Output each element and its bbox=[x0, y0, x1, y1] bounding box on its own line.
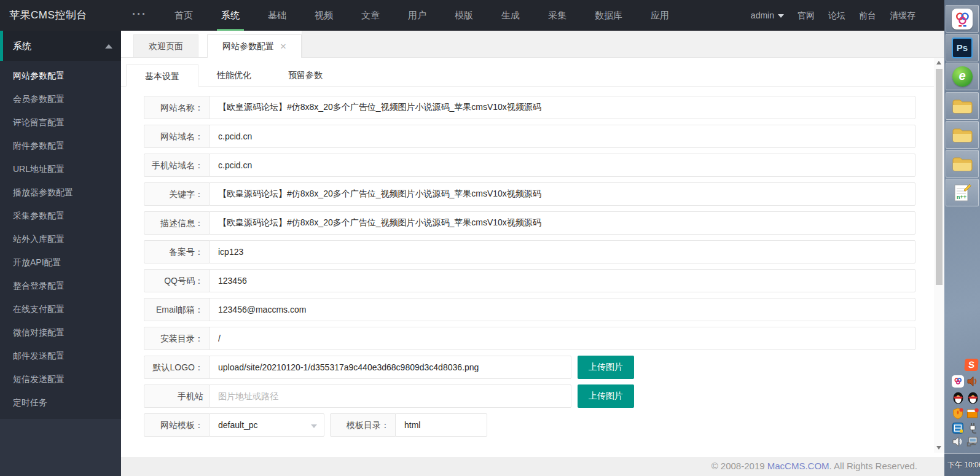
field-label-install-dir: 安装目录： bbox=[144, 327, 210, 350]
sidebar-item-open-api[interactable]: 开放API配置 bbox=[0, 251, 121, 274]
sidebar-item-member-params[interactable]: 会员参数配置 bbox=[0, 87, 121, 111]
desktop-icon-folder-3[interactable] bbox=[946, 150, 979, 178]
site-template-select[interactable]: default_pc bbox=[209, 413, 324, 437]
more-menu-icon[interactable]: ··· bbox=[121, 0, 160, 31]
sidebar-item-comment-config[interactable]: 评论留言配置 bbox=[0, 111, 121, 134]
scrollbar-thumb[interactable] bbox=[936, 69, 943, 285]
tray-speaker-orange-icon[interactable] bbox=[966, 375, 979, 388]
topbar: 苹果CMS控制台 ··· 首页 系统 基础 视频 文章 用户 模版 生成 采集 … bbox=[0, 0, 944, 31]
subtab-reserved-params[interactable]: 预留参数 bbox=[270, 64, 341, 86]
qq-number-input[interactable] bbox=[209, 269, 915, 292]
mobile-domain-input[interactable] bbox=[209, 154, 915, 177]
tray-network-icon[interactable] bbox=[966, 435, 979, 448]
page-tabs: 欢迎页面 网站参数配置 × bbox=[121, 31, 944, 58]
desktop-icon-folder-1[interactable] bbox=[946, 92, 979, 120]
nav-item-basic[interactable]: 基础 bbox=[259, 0, 296, 31]
form-row: 手机站域名： bbox=[144, 154, 915, 177]
tray-qq-icon[interactable] bbox=[966, 391, 979, 404]
template-dir-input[interactable] bbox=[395, 413, 487, 437]
sidebar-item-cron-task[interactable]: 定时任务 bbox=[0, 391, 121, 414]
sidebar-item-oauth-login[interactable]: 整合登录配置 bbox=[0, 274, 121, 297]
folder-icon bbox=[952, 155, 973, 173]
desktop-icon-photoshop[interactable]: Ps bbox=[946, 34, 979, 61]
sidebar-item-collect-params[interactable]: 采集参数配置 bbox=[0, 204, 121, 227]
site-domain-input[interactable] bbox=[209, 125, 915, 148]
subtab-performance[interactable]: 性能优化 bbox=[198, 64, 270, 86]
nav-item-article[interactable]: 文章 bbox=[352, 0, 389, 31]
field-label-default-logo: 默认LOGO： bbox=[144, 356, 210, 379]
email-input[interactable] bbox=[209, 298, 915, 321]
mobile-logo-input[interactable] bbox=[209, 384, 571, 408]
upload-image-button[interactable]: 上传图片 bbox=[578, 384, 634, 408]
default-logo-input[interactable] bbox=[209, 356, 571, 379]
nav-item-home[interactable]: 首页 bbox=[165, 0, 202, 31]
form-row: 网站模板： default_pc 模板目录： bbox=[144, 413, 915, 437]
folder-icon bbox=[952, 127, 973, 144]
sidebar-item-mail-send[interactable]: 邮件发送配置 bbox=[0, 344, 121, 367]
nav-item-video[interactable]: 视频 bbox=[305, 0, 342, 31]
link-forum[interactable]: 论坛 bbox=[821, 0, 852, 31]
windows-desktop-strip: Ps e n++ S bbox=[944, 0, 980, 476]
nav-item-system[interactable]: 系统 bbox=[212, 0, 249, 31]
tray-volume-icon[interactable] bbox=[951, 435, 965, 448]
tray-sogou-icon[interactable]: S bbox=[965, 358, 978, 372]
link-frontend[interactable]: 前台 bbox=[852, 0, 883, 31]
nav-item-generate[interactable]: 生成 bbox=[492, 0, 529, 31]
scroll-up-button[interactable] bbox=[934, 58, 944, 68]
arrow-down-icon bbox=[936, 446, 941, 450]
description-input[interactable] bbox=[209, 211, 915, 235]
form-row: 描述信息： bbox=[144, 211, 915, 235]
desktop-icon-360-browser[interactable]: e bbox=[946, 63, 979, 90]
sidebar-item-player-params[interactable]: 播放器参数配置 bbox=[0, 181, 121, 204]
tray-app-rings-icon[interactable] bbox=[951, 375, 965, 388]
sidebar-item-offsite-config[interactable]: 站外入库配置 bbox=[0, 227, 121, 251]
tray-plug-icon[interactable] bbox=[966, 421, 979, 435]
chevron-down-icon bbox=[311, 424, 317, 428]
desktop-icon-notepad-plus[interactable]: n++ bbox=[946, 179, 979, 206]
sidebar-item-wechat[interactable]: 微信对接配置 bbox=[0, 321, 121, 344]
topbar-right: admin 官网 论坛 前台 清缓存 bbox=[744, 0, 944, 31]
sidebar-item-sms-send[interactable]: 短信发送配置 bbox=[0, 367, 121, 391]
link-clear-cache[interactable]: 清缓存 bbox=[883, 0, 922, 31]
vertical-scrollbar[interactable] bbox=[934, 58, 944, 453]
site-name-input[interactable] bbox=[209, 96, 915, 119]
sidebar-item-url-config[interactable]: URL地址配置 bbox=[0, 157, 121, 181]
nav-item-collect[interactable]: 采集 bbox=[539, 0, 576, 31]
install-dir-input[interactable] bbox=[209, 327, 915, 350]
active-nav-underline bbox=[217, 29, 244, 31]
tray-security-shield-icon[interactable] bbox=[951, 407, 965, 420]
tab-welcome[interactable]: 欢迎页面 bbox=[133, 34, 198, 57]
arrow-up-icon bbox=[936, 61, 941, 64]
site-config-form: 网站名称： 网站域名： 手机站域名： 关键字： 描述信息： 备案号： QQ号码： bbox=[121, 87, 944, 437]
nav-item-database[interactable]: 数据库 bbox=[586, 0, 632, 31]
sidebar-item-site-params[interactable]: 网站参数配置 bbox=[0, 64, 121, 87]
desktop-icon-app-rings[interactable] bbox=[946, 5, 979, 33]
icp-number-input[interactable] bbox=[209, 240, 915, 263]
tab-site-params[interactable]: 网站参数配置 × bbox=[207, 34, 302, 58]
field-label-email: Email邮箱： bbox=[144, 298, 210, 321]
nav-item-template[interactable]: 模版 bbox=[445, 0, 482, 31]
maccms-link[interactable]: MacCMS.COM bbox=[767, 461, 829, 471]
user-menu[interactable]: admin bbox=[744, 0, 791, 31]
sidebar-group-system[interactable]: 系统 bbox=[0, 31, 121, 61]
keywords-input[interactable] bbox=[209, 182, 915, 206]
main-content: 欢迎页面 网站参数配置 × 基本设置 性能优化 预留参数 网站名称： 网站域名：… bbox=[121, 31, 944, 476]
form-row: QQ号码： bbox=[144, 269, 915, 292]
sidebar-item-attachment-params[interactable]: 附件参数配置 bbox=[0, 134, 121, 157]
close-tab-icon[interactable]: × bbox=[280, 41, 286, 52]
link-official-site[interactable]: 官网 bbox=[791, 0, 821, 31]
sidebar-item-online-pay[interactable]: 在线支付配置 bbox=[0, 297, 121, 321]
taskbar-clock[interactable]: 下午 10:06 bbox=[944, 453, 980, 476]
form-row: 默认LOGO： 上传图片 bbox=[144, 356, 915, 379]
notepad-plus-icon: n++ bbox=[953, 183, 971, 203]
desktop-icon-folder-2[interactable] bbox=[946, 121, 979, 149]
tray-qq-icon[interactable] bbox=[951, 391, 965, 404]
scroll-down-button[interactable] bbox=[934, 442, 944, 453]
upload-image-button[interactable]: 上传图片 bbox=[578, 356, 634, 379]
subtab-basic-settings[interactable]: 基本设置 bbox=[126, 64, 198, 87]
tray-window-notification-icon[interactable] bbox=[966, 407, 979, 420]
nav-item-apps[interactable]: 应用 bbox=[641, 0, 678, 31]
settings-subtabs: 基本设置 性能优化 预留参数 bbox=[121, 58, 944, 87]
tray-input-method-icon[interactable] bbox=[951, 421, 965, 435]
nav-item-user[interactable]: 用户 bbox=[399, 0, 436, 31]
